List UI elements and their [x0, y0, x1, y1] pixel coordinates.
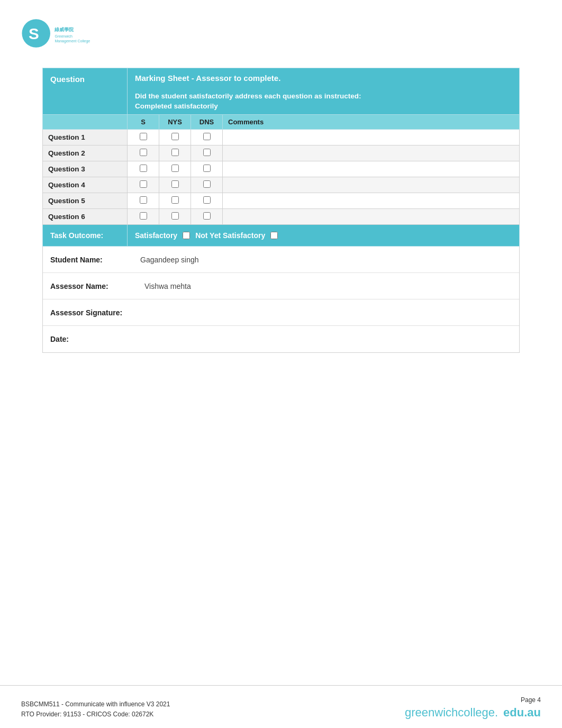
table-row: Question 6 [43, 209, 520, 225]
footer-right: Page 4 greenwichcollege.edu.au [405, 696, 541, 720]
question-header-label: Question [50, 75, 85, 84]
nys-label: Not Yet Satisfactory [195, 231, 265, 240]
q1-nys-checkbox[interactable] [171, 133, 179, 140]
svg-text:綠威學院: 綠威學院 [54, 27, 74, 32]
q4-s-cell[interactable] [128, 177, 159, 193]
q1-s-cell[interactable] [128, 130, 159, 145]
table-row: Question 4 [43, 177, 520, 193]
q6-dns-cell[interactable] [191, 209, 223, 225]
date-label: Date: [50, 335, 140, 343]
q5-s-checkbox[interactable] [140, 196, 147, 204]
q3-s-checkbox[interactable] [140, 165, 147, 172]
satisfactory-checkbox[interactable] [183, 232, 190, 239]
q3-dns-checkbox[interactable] [203, 165, 211, 172]
task-outcome-options: Satisfactory Not Yet Satisfactory [135, 231, 512, 240]
q5-nys-cell[interactable] [159, 193, 191, 209]
q4-dns-checkbox[interactable] [203, 180, 211, 188]
date-row: Date: [43, 326, 519, 352]
assessor-name-row: Assessor Name: Vishwa mehta [43, 273, 519, 299]
satisfactory-label: Satisfactory [135, 231, 177, 240]
question-header-cell: Question [43, 68, 128, 115]
q6-nys-checkbox[interactable] [171, 212, 179, 220]
brand-suffix: edu.au [503, 706, 541, 719]
q2-nys-checkbox[interactable] [171, 149, 179, 156]
table-row: Question 1 [43, 130, 520, 145]
subheader-dns: DNS [191, 115, 223, 130]
q2-s-checkbox[interactable] [140, 149, 147, 156]
q4-comments-cell [223, 177, 520, 193]
completed-satisfactorily: Completed satisfactorily [135, 102, 512, 110]
footer-left: BSBCMM511 - Communicate with influence V… [21, 699, 170, 720]
student-name-label: Student Name: [50, 256, 140, 264]
brand-name: greenwichcollege. [405, 706, 498, 719]
q3-nys-checkbox[interactable] [171, 165, 179, 172]
question-3-label: Question 3 [43, 161, 128, 177]
task-outcome-content-cell: Satisfactory Not Yet Satisfactory [128, 225, 520, 247]
footer-brand: greenwichcollege.edu.au [405, 706, 541, 720]
q2-s-cell[interactable] [128, 145, 159, 161]
subheader-comments: Comments [223, 115, 520, 130]
q2-dns-cell[interactable] [191, 145, 223, 161]
q4-s-checkbox[interactable] [140, 180, 147, 188]
subheader-s: S [128, 115, 159, 130]
q6-nys-cell[interactable] [159, 209, 191, 225]
footer-line1: BSBCMM511 - Communicate with influence V… [21, 699, 170, 709]
q5-nys-checkbox[interactable] [171, 196, 179, 204]
student-name-row: Student Name: Gagandeep singh [43, 247, 519, 273]
footer-line2: RTO Provider: 91153 - CRICOS Code: 02672… [21, 709, 170, 720]
svg-text:Greenwich: Greenwich [55, 34, 72, 38]
q6-comments-cell [223, 209, 520, 225]
q1-s-checkbox[interactable] [140, 133, 147, 140]
marking-instruction: Did the student satisfactorily address e… [135, 92, 512, 100]
logo-area: S 綠威學院 Greenwich Management College [0, 0, 562, 62]
q4-nys-checkbox[interactable] [171, 180, 179, 188]
assessor-signature-label: Assessor Signature: [50, 308, 140, 317]
question-6-label: Question 6 [43, 209, 128, 225]
student-name-value: Gagandeep singh [140, 256, 199, 264]
q4-dns-cell[interactable] [191, 177, 223, 193]
subheader-row: S NYS DNS Comments [43, 115, 520, 130]
subheader-empty-cell [43, 115, 128, 130]
q4-nys-cell[interactable] [159, 177, 191, 193]
q1-comments-cell [223, 130, 520, 145]
q6-s-checkbox[interactable] [140, 212, 147, 220]
q5-comments-cell [223, 193, 520, 209]
header-row: Question Marking Sheet - Assessor to com… [43, 68, 520, 115]
table-row: Question 3 [43, 161, 520, 177]
task-outcome-row: Task Outcome: Satisfactory Not Yet Satis… [43, 225, 520, 247]
assessor-name-value: Vishwa mehta [144, 282, 191, 290]
question-4-label: Question 4 [43, 177, 128, 193]
q2-comments-cell [223, 145, 520, 161]
nys-checkbox[interactable] [270, 232, 278, 239]
table-row: Question 2 [43, 145, 520, 161]
q2-nys-cell[interactable] [159, 145, 191, 161]
marking-sheet-title: Marking Sheet - Assessor to complete. [135, 74, 512, 83]
question-1-label: Question 1 [43, 130, 128, 145]
q5-dns-checkbox[interactable] [203, 196, 211, 204]
q3-nys-cell[interactable] [159, 161, 191, 177]
q2-dns-checkbox[interactable] [203, 149, 211, 156]
page-number: Page 4 [405, 696, 541, 704]
q6-s-cell[interactable] [128, 209, 159, 225]
footer: BSBCMM511 - Communicate with influence V… [0, 685, 562, 728]
q3-dns-cell[interactable] [191, 161, 223, 177]
q1-dns-checkbox[interactable] [203, 133, 211, 140]
svg-text:Management College: Management College [55, 39, 90, 43]
assessor-name-label: Assessor Name: [50, 282, 140, 290]
svg-text:S: S [29, 25, 39, 42]
subheader-nys: NYS [159, 115, 191, 130]
college-logo: S 綠威學院 Greenwich Management College [21, 15, 103, 52]
q1-nys-cell[interactable] [159, 130, 191, 145]
logo-container: S 綠威學院 Greenwich Management College [21, 15, 103, 52]
q1-dns-cell[interactable] [191, 130, 223, 145]
main-content: Question Marking Sheet - Assessor to com… [0, 62, 562, 374]
task-outcome-label: Task Outcome: [43, 225, 128, 247]
q3-s-cell[interactable] [128, 161, 159, 177]
question-5-label: Question 5 [43, 193, 128, 209]
q6-dns-checkbox[interactable] [203, 212, 211, 220]
marking-table: Question Marking Sheet - Assessor to com… [42, 68, 520, 247]
q5-dns-cell[interactable] [191, 193, 223, 209]
table-row: Question 5 [43, 193, 520, 209]
info-section: Student Name: Gagandeep singh Assessor N… [42, 247, 520, 353]
q5-s-cell[interactable] [128, 193, 159, 209]
